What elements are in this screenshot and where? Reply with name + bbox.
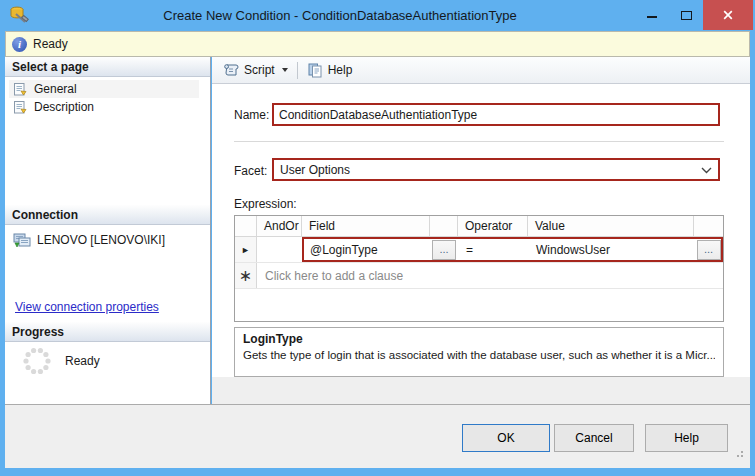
field-cell[interactable]: @LoginType <box>302 237 430 262</box>
expression-grid: AndOr Field Operator Value ► @LoginType … <box>234 215 724 322</box>
new-row-selector-cell: ∗ <box>235 263 257 288</box>
cancel-button[interactable]: Cancel <box>554 424 634 452</box>
grid-header-selector <box>235 216 257 236</box>
grid-header-value: Value <box>528 216 694 236</box>
andor-cell[interactable] <box>257 237 302 262</box>
new-clause-row[interactable]: ∗ Click here to add a clause <box>235 263 723 289</box>
chevron-down-icon <box>701 167 712 174</box>
sidebar-item-label: Description <box>34 100 94 114</box>
grid-header-andor: AndOr <box>257 216 302 236</box>
minimize-button[interactable] <box>635 0 669 30</box>
close-icon <box>721 8 735 22</box>
maximize-button[interactable] <box>669 0 703 30</box>
description-title: LoginType <box>243 332 715 346</box>
maximize-icon <box>681 11 692 20</box>
connection-header: Connection <box>5 205 210 225</box>
sidebar-item-description[interactable]: Description <box>9 98 199 116</box>
new-row-asterisk-icon: ∗ <box>239 271 252 281</box>
info-icon: i <box>12 37 27 52</box>
script-button[interactable]: Script <box>217 59 294 81</box>
resize-grip[interactable] <box>741 455 743 457</box>
server-name: LENOVO [LENOVO\IKI] <box>37 233 165 247</box>
expression-label: Expression: <box>234 196 297 212</box>
spinner-icon <box>21 345 53 380</box>
status-bar: i Ready <box>5 31 750 57</box>
create-condition-dialog: Create New Condition - ConditionDatabase… <box>0 0 755 476</box>
sidebar-item-label: General <box>34 82 77 96</box>
connection-server: LENOVO [LENOVO\IKI] <box>13 230 207 250</box>
grid-header-field-button-col <box>430 216 458 236</box>
help-button-footer[interactable]: Help <box>645 424 728 452</box>
field-button-cell: ... <box>430 237 458 262</box>
script-scroll-icon <box>223 62 239 78</box>
progress-status: Ready <box>65 354 100 368</box>
expression-row[interactable]: ► @LoginType ... = WindowsUser ... <box>235 237 723 263</box>
toolbar-separator <box>297 62 298 79</box>
page-icon <box>13 82 28 97</box>
name-label: Name: <box>234 107 269 123</box>
close-button[interactable] <box>703 0 753 30</box>
main-pane: Script Help Name: Facet: User Options <box>212 57 750 404</box>
sidebar-item-general[interactable]: General <box>9 80 199 98</box>
add-clause-placeholder[interactable]: Click here to add a clause <box>257 263 723 288</box>
window-title: Create New Condition - ConditionDatabase… <box>40 0 640 31</box>
description-text: Gets the type of login that is associate… <box>243 349 715 361</box>
grid-header-row: AndOr Field Operator Value <box>235 216 723 237</box>
grid-header-value-button-col <box>694 216 723 236</box>
window-controls <box>635 0 753 30</box>
sidebar: Select a page General Description Connec… <box>5 57 211 404</box>
footer: OK Cancel Help <box>5 404 750 468</box>
operator-cell[interactable]: = <box>458 237 528 262</box>
policy-condition-icon <box>9 5 29 25</box>
chevron-down-icon <box>282 68 288 72</box>
field-ellipsis-button[interactable]: ... <box>432 240 456 260</box>
grid-header-operator: Operator <box>458 216 528 236</box>
view-connection-properties-link[interactable]: View connection properties <box>15 300 159 314</box>
row-selector-cell: ► <box>235 237 257 262</box>
select-a-page-header: Select a page <box>5 57 210 77</box>
minimize-icon <box>647 16 657 18</box>
facet-selected-value: User Options <box>280 163 350 177</box>
ok-button[interactable]: OK <box>462 424 550 452</box>
current-row-arrow-icon: ► <box>241 245 250 255</box>
server-connection-icon <box>13 233 31 248</box>
script-label: Script <box>244 63 275 77</box>
page-icon <box>13 100 28 115</box>
value-button-cell: ... <box>694 237 723 262</box>
titlebar: Create New Condition - ConditionDatabase… <box>0 0 755 31</box>
name-input[interactable] <box>272 103 720 126</box>
facet-dropdown[interactable]: User Options <box>272 158 720 181</box>
facet-label: Facet: <box>234 163 267 179</box>
help-button[interactable]: Help <box>301 59 359 81</box>
separator <box>234 141 724 142</box>
toolbar: Script Help <box>212 57 750 84</box>
value-ellipsis-button[interactable]: ... <box>697 240 721 260</box>
help-label: Help <box>328 63 353 77</box>
help-doc-icon <box>307 62 323 78</box>
field-description-box: LoginType Gets the type of login that is… <box>234 327 724 377</box>
progress-header: Progress <box>5 322 210 342</box>
status-text: Ready <box>33 37 68 51</box>
grid-header-field: Field <box>302 216 430 236</box>
value-cell[interactable]: WindowsUser <box>528 237 694 262</box>
